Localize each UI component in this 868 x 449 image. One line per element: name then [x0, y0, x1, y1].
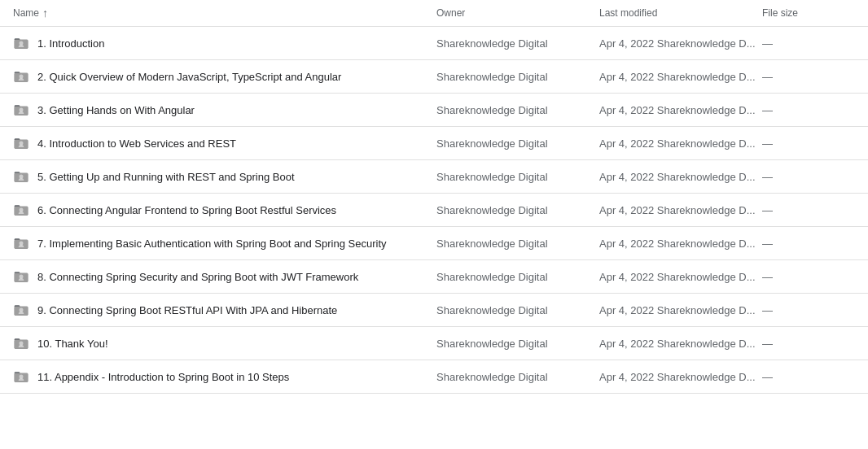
table-row[interactable]: 10. Thank You! Shareknowledge Digital Ap…	[0, 327, 868, 360]
folder-icon	[13, 202, 29, 218]
folder-icon	[13, 368, 29, 385]
row-modified: Apr 4, 2022 Shareknowledge D...	[599, 104, 762, 116]
row-name-label: 1. Introduction	[37, 37, 104, 50]
folder-icon	[13, 68, 29, 85]
row-size: —	[762, 37, 855, 50]
folder-icon	[13, 268, 29, 285]
table-row[interactable]: 2. Quick Overview of Modern JavaScript, …	[0, 60, 868, 94]
file-table: Name ↑ Owner Last modified File size 1. …	[0, 0, 868, 394]
row-modified: Apr 4, 2022 Shareknowledge D...	[599, 238, 762, 250]
row-name-cell: 11. Appendix - Introduction to Spring Bo…	[13, 368, 436, 385]
row-name-label: 10. Thank You!	[37, 338, 108, 350]
row-name-cell: 1. Introduction	[13, 35, 436, 51]
row-name-label: 8. Connecting Spring Security and Spring…	[37, 271, 358, 283]
row-name-label: 3. Getting Hands on With Angular	[37, 104, 195, 116]
row-size: —	[762, 204, 855, 216]
folder-icon	[13, 168, 29, 185]
row-name-cell: 4. Introduction to Web Services and REST	[13, 135, 436, 151]
table-row[interactable]: 11. Appendix - Introduction to Spring Bo…	[0, 360, 868, 394]
row-owner: Shareknowledge Digital	[436, 104, 599, 116]
table-header: Name ↑ Owner Last modified File size	[0, 0, 868, 27]
folder-icon	[13, 302, 29, 318]
row-size: —	[762, 271, 855, 283]
row-name-cell: 8. Connecting Spring Security and Spring…	[13, 268, 436, 285]
sort-icon: ↑	[42, 7, 48, 20]
row-owner: Shareknowledge Digital	[436, 304, 599, 316]
row-modified: Apr 4, 2022 Shareknowledge D...	[599, 171, 762, 183]
row-name-cell: 6. Connecting Angular Frontend to Spring…	[13, 202, 436, 218]
row-owner: Shareknowledge Digital	[436, 238, 599, 250]
folder-icon	[13, 35, 29, 51]
header-modified[interactable]: Last modified	[599, 7, 762, 19]
table-row[interactable]: 8. Connecting Spring Security and Spring…	[0, 260, 868, 294]
row-owner: Shareknowledge Digital	[436, 71, 599, 83]
row-modified: Apr 4, 2022 Shareknowledge D...	[599, 71, 762, 83]
row-size: —	[762, 104, 855, 116]
table-row[interactable]: 6. Connecting Angular Frontend to Spring…	[0, 194, 868, 227]
row-owner: Shareknowledge Digital	[436, 171, 599, 183]
row-owner: Shareknowledge Digital	[436, 271, 599, 283]
table-row[interactable]: 1. Introduction Shareknowledge Digital A…	[0, 27, 868, 60]
table-row[interactable]: 5. Getting Up and Running with REST and …	[0, 160, 868, 194]
row-name-cell: 9. Connecting Spring Boot RESTful API Wi…	[13, 302, 436, 318]
row-name-label: 5. Getting Up and Running with REST and …	[37, 171, 295, 183]
row-size: —	[762, 238, 855, 250]
row-name-cell: 5. Getting Up and Running with REST and …	[13, 168, 436, 185]
row-modified: Apr 4, 2022 Shareknowledge D...	[599, 371, 762, 383]
row-size: —	[762, 71, 855, 83]
row-size: —	[762, 137, 855, 150]
row-name-label: 2. Quick Overview of Modern JavaScript, …	[37, 71, 341, 83]
row-modified: Apr 4, 2022 Shareknowledge D...	[599, 137, 762, 150]
header-name-label: Name	[13, 7, 39, 19]
row-name-cell: 2. Quick Overview of Modern JavaScript, …	[13, 68, 436, 85]
row-name-cell: 7. Implementing Basic Authentication wit…	[13, 235, 436, 251]
row-owner: Shareknowledge Digital	[436, 338, 599, 350]
row-owner: Shareknowledge Digital	[436, 204, 599, 216]
row-size: —	[762, 171, 855, 183]
row-owner: Shareknowledge Digital	[436, 371, 599, 383]
table-row[interactable]: 3. Getting Hands on With Angular Sharekn…	[0, 94, 868, 127]
row-name-label: 9. Connecting Spring Boot RESTful API Wi…	[37, 304, 337, 316]
folder-icon	[13, 135, 29, 151]
row-name-label: 7. Implementing Basic Authentication wit…	[37, 238, 387, 250]
row-size: —	[762, 338, 855, 350]
row-name-label: 4. Introduction to Web Services and REST	[37, 137, 236, 150]
header-size[interactable]: File size	[762, 7, 855, 19]
table-row[interactable]: 4. Introduction to Web Services and REST…	[0, 127, 868, 160]
row-owner: Shareknowledge Digital	[436, 37, 599, 50]
row-modified: Apr 4, 2022 Shareknowledge D...	[599, 204, 762, 216]
row-name-cell: 3. Getting Hands on With Angular	[13, 102, 436, 118]
table-row[interactable]: 9. Connecting Spring Boot RESTful API Wi…	[0, 294, 868, 327]
row-name-label: 6. Connecting Angular Frontend to Spring…	[37, 204, 336, 216]
row-name-label: 11. Appendix - Introduction to Spring Bo…	[37, 371, 289, 383]
row-modified: Apr 4, 2022 Shareknowledge D...	[599, 271, 762, 283]
row-modified: Apr 4, 2022 Shareknowledge D...	[599, 37, 762, 50]
folder-icon	[13, 102, 29, 118]
row-name-cell: 10. Thank You!	[13, 335, 436, 351]
row-modified: Apr 4, 2022 Shareknowledge D...	[599, 338, 762, 350]
header-owner[interactable]: Owner	[436, 7, 599, 19]
row-modified: Apr 4, 2022 Shareknowledge D...	[599, 304, 762, 316]
rows-container: 1. Introduction Shareknowledge Digital A…	[0, 27, 868, 394]
row-size: —	[762, 304, 855, 316]
row-size: —	[762, 371, 855, 383]
header-name[interactable]: Name ↑	[13, 7, 436, 20]
folder-icon	[13, 235, 29, 251]
row-owner: Shareknowledge Digital	[436, 137, 599, 150]
table-row[interactable]: 7. Implementing Basic Authentication wit…	[0, 227, 868, 260]
folder-icon	[13, 335, 29, 351]
